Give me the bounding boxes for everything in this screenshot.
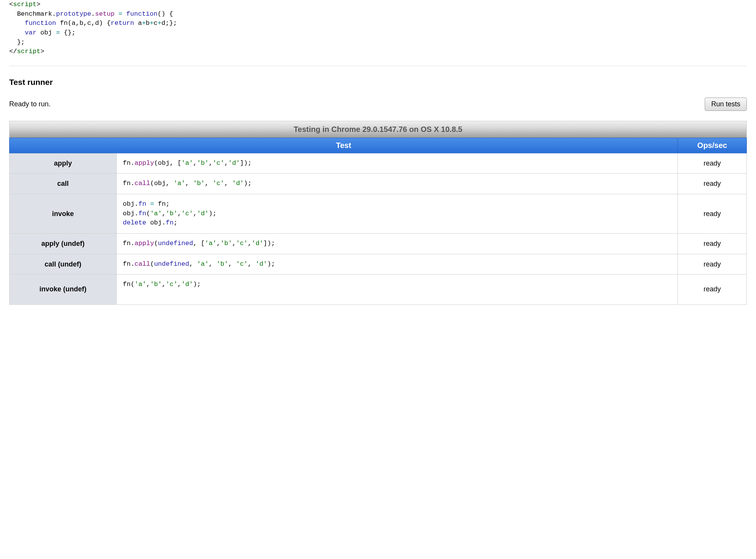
ops-per-sec-cell: ready <box>678 234 747 254</box>
table-row: apply (undef)fn.apply(undefined, ['a','b… <box>10 234 747 254</box>
test-name-cell: apply (undef) <box>10 234 117 254</box>
ops-per-sec-cell: ready <box>678 174 747 194</box>
ops-per-sec-cell: ready <box>678 275 747 304</box>
test-name-cell: invoke <box>10 194 117 234</box>
test-name-cell: call <box>10 174 117 194</box>
results-table: Testing in Chrome 29.0.1547.76 on OS X 1… <box>9 121 747 305</box>
test-code-cell: fn.call(undefined, 'a', 'b', 'c', 'd'); <box>117 254 678 275</box>
ops-per-sec-cell: ready <box>678 194 747 234</box>
test-code-cell: obj.fn = fn; obj.fn('a','b','c','d'); de… <box>117 194 678 234</box>
ops-per-sec-cell: ready <box>678 153 747 174</box>
runner-status-text: Ready to run. <box>9 100 51 108</box>
test-code-cell: fn.apply(obj, ['a','b','c','d']); <box>117 153 678 174</box>
test-code-cell: fn('a','b','c','d'); <box>117 275 678 304</box>
test-name-cell: apply <box>10 153 117 174</box>
setup-code-block: <script> Benchmark.prototype.setup = fun… <box>9 0 747 57</box>
test-name-cell: invoke (undef) <box>10 275 117 304</box>
table-row: invokeobj.fn = fn; obj.fn('a','b','c','d… <box>10 194 747 234</box>
section-divider <box>9 66 747 66</box>
column-ops-header: Ops/sec <box>678 138 747 153</box>
ops-per-sec-cell: ready <box>678 254 747 275</box>
test-runner-heading: Test runner <box>9 78 747 87</box>
table-row: applyfn.apply(obj, ['a','b','c','d']);re… <box>10 153 747 174</box>
test-code-cell: fn.call(obj, 'a', 'b', 'c', 'd'); <box>117 174 678 194</box>
results-caption: Testing in Chrome 29.0.1547.76 on OS X 1… <box>9 121 747 138</box>
table-row: invoke (undef)fn('a','b','c','d'); ready <box>10 275 747 304</box>
table-row: callfn.call(obj, 'a', 'b', 'c', 'd');rea… <box>10 174 747 194</box>
runner-controls-row: Ready to run. Run tests <box>9 98 747 111</box>
run-tests-button[interactable]: Run tests <box>705 98 747 111</box>
test-name-cell: call (undef) <box>10 254 117 275</box>
table-row: call (undef)fn.call(undefined, 'a', 'b',… <box>10 254 747 275</box>
column-test-header: Test <box>10 138 678 153</box>
test-code-cell: fn.apply(undefined, ['a','b','c','d']); <box>117 234 678 254</box>
